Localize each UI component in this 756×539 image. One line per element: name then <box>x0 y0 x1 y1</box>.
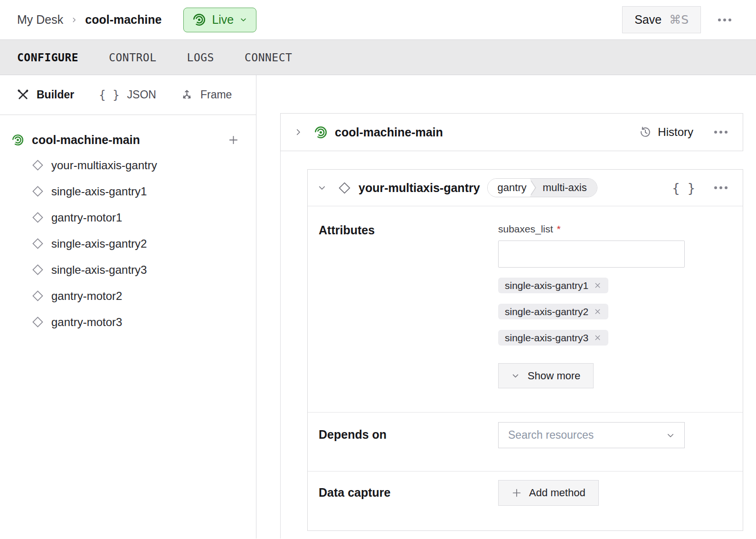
show-more-button[interactable]: Show more <box>498 363 594 388</box>
remove-chip-x-icon[interactable] <box>594 308 602 316</box>
remove-chip-x-icon[interactable] <box>594 281 602 289</box>
tag-separator-chevron-icon <box>529 179 537 197</box>
chevron-down-icon <box>666 431 675 440</box>
save-button[interactable]: Save ⌘S <box>622 6 701 33</box>
live-badge-label: Live <box>212 13 234 27</box>
required-asterisk: * <box>557 223 561 235</box>
component-diamond-icon <box>32 185 44 197</box>
tab-connect[interactable]: CONNECT <box>245 51 292 64</box>
live-broadcast-icon <box>193 13 206 26</box>
tree-item-label: gantry-motor2 <box>51 289 122 303</box>
attributes-section-label: Attributes <box>319 223 498 412</box>
tree-item-label: single-axis-gantry3 <box>51 263 147 277</box>
configure-sidebar: Builder { } JSON Frame <box>0 75 256 539</box>
component-card-header: your-multiaxis-gantry gantry multi-axis … <box>308 170 743 206</box>
add-component-button[interactable] <box>228 135 239 145</box>
tree-item-single-axis-gantry2[interactable]: single-axis-gantry2 <box>0 231 256 257</box>
top-bar: My Desk cool-machine Live Save ⌘S <box>0 0 756 40</box>
chip-single-axis-gantry2: single-axis-gantry2 <box>498 304 608 319</box>
add-method-button[interactable]: Add method <box>498 480 599 506</box>
part-overflow-menu-button[interactable] <box>711 128 730 136</box>
component-diamond-icon <box>32 159 44 171</box>
tab-control[interactable]: CONTROL <box>109 51 156 64</box>
machine-tab-bar: CONFIGURE CONTROL LOGS CONNECT <box>0 40 756 75</box>
edit-json-braces-icon[interactable]: { } <box>672 181 695 195</box>
live-broadcast-icon <box>314 126 327 139</box>
live-broadcast-icon <box>12 134 24 146</box>
resource-tree: cool-machine-main your-multiaxis-gantry … <box>0 115 256 335</box>
expand-chevron-right-icon[interactable] <box>294 128 302 136</box>
tree-connector-line <box>280 151 281 539</box>
mode-builder[interactable]: Builder <box>17 88 74 101</box>
breadcrumb: My Desk cool-machine <box>17 13 161 27</box>
mode-frame[interactable]: Frame <box>181 88 232 101</box>
tree-root-label: cool-machine-main <box>32 133 140 147</box>
machine-overflow-menu-button[interactable] <box>715 16 734 24</box>
component-card: your-multiaxis-gantry gantry multi-axis … <box>307 169 743 531</box>
save-shortcut-hint: ⌘S <box>669 13 689 27</box>
history-button[interactable]: History <box>639 125 693 139</box>
tag-type: gantry <box>488 179 529 197</box>
component-diamond-icon <box>32 212 44 223</box>
depends-on-placeholder: Search resources <box>508 429 594 442</box>
tree-item-label: gantry-motor1 <box>51 211 122 224</box>
frame-axes-icon <box>181 89 193 101</box>
live-status-badge[interactable]: Live <box>183 8 256 32</box>
component-diamond-icon <box>32 316 44 328</box>
mode-json-label: JSON <box>127 88 156 101</box>
mode-builder-label: Builder <box>37 88 74 101</box>
tab-configure[interactable]: CONFIGURE <box>17 51 78 64</box>
chip-single-axis-gantry1: single-axis-gantry1 <box>498 278 608 293</box>
tree-root-machine-part[interactable]: cool-machine-main <box>0 127 256 152</box>
remove-chip-x-icon[interactable] <box>594 334 602 342</box>
data-capture-section: Data capture Add method <box>308 471 743 531</box>
tree-item-label: single-axis-gantry2 <box>51 237 147 250</box>
mode-json[interactable]: { } JSON <box>99 88 156 102</box>
component-diamond-icon <box>338 182 351 194</box>
component-title: your-multiaxis-gantry <box>359 181 480 195</box>
tools-icon <box>17 89 29 101</box>
tag-model: multi-axis <box>530 179 597 197</box>
tab-logs[interactable]: LOGS <box>187 51 214 64</box>
machine-part-card: cool-machine-main History <box>280 113 743 151</box>
show-more-label: Show more <box>528 370 580 382</box>
tree-item-single-axis-gantry3[interactable]: single-axis-gantry3 <box>0 257 256 283</box>
tree-item-gantry-motor3[interactable]: gantry-motor3 <box>0 309 256 335</box>
tree-item-label: single-axis-gantry1 <box>51 185 147 198</box>
component-diamond-icon <box>32 290 44 302</box>
tree-item-your-multiaxis-gantry[interactable]: your-multiaxis-gantry <box>0 152 256 178</box>
subaxes-list-field-label: subaxes_list * <box>498 223 743 235</box>
attributes-section: Attributes subaxes_list * single-axis-ga… <box>308 206 743 412</box>
component-diamond-icon <box>32 264 44 276</box>
braces-icon: { } <box>99 88 119 102</box>
depends-on-section: Depends on Search resources <box>308 412 743 471</box>
add-method-label: Add method <box>529 487 586 499</box>
configure-main-panel: cool-machine-main History your- <box>256 75 756 539</box>
machine-part-title: cool-machine-main <box>335 125 443 139</box>
tree-item-gantry-motor2[interactable]: gantry-motor2 <box>0 283 256 309</box>
depends-on-section-label: Depends on <box>319 428 498 471</box>
chevron-right-icon <box>71 17 77 23</box>
tree-item-label: your-multiaxis-gantry <box>51 159 157 172</box>
chevron-down-icon <box>240 16 247 23</box>
collapse-chevron-down-icon[interactable] <box>318 183 326 192</box>
view-mode-bar: Builder { } JSON Frame <box>0 75 256 115</box>
component-diamond-icon <box>32 238 44 250</box>
tree-item-label: gantry-motor3 <box>51 316 122 329</box>
data-capture-section-label: Data capture <box>319 486 498 531</box>
tree-item-single-axis-gantry1[interactable]: single-axis-gantry1 <box>0 178 256 204</box>
tree-item-gantry-motor1[interactable]: gantry-motor1 <box>0 204 256 231</box>
depends-on-select[interactable]: Search resources <box>498 422 685 448</box>
history-button-label: History <box>658 125 693 139</box>
breadcrumb-root[interactable]: My Desk <box>17 13 63 27</box>
subaxes-chip-list: single-axis-gantry1 single-axis-gantry2 <box>498 278 743 346</box>
plus-icon <box>511 488 522 498</box>
mode-frame-label: Frame <box>200 88 232 101</box>
save-button-label: Save <box>634 13 662 27</box>
subaxes-list-input[interactable] <box>498 241 685 268</box>
chevron-down-icon <box>511 372 520 380</box>
chip-single-axis-gantry3: single-axis-gantry3 <box>498 330 608 346</box>
component-overflow-menu-button[interactable] <box>711 183 730 192</box>
breadcrumb-current: cool-machine <box>85 13 161 27</box>
component-type-tag: gantry multi-axis <box>487 178 597 197</box>
